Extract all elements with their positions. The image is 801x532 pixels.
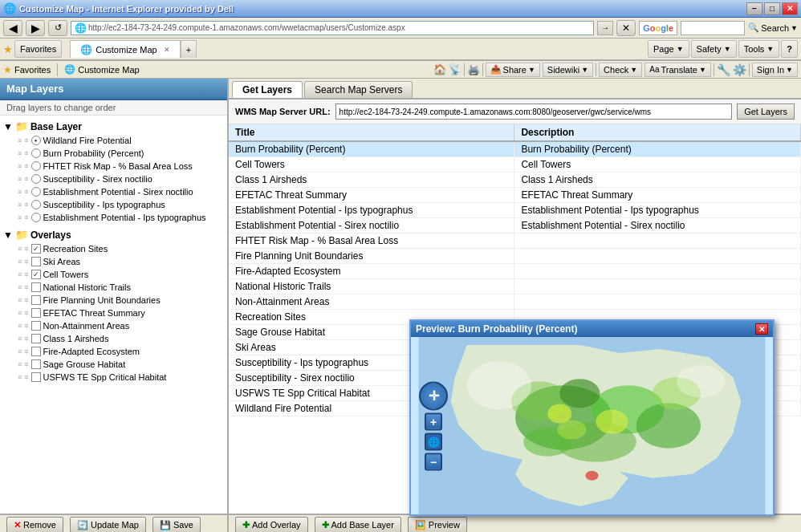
radio-btn-2[interactable]: [31, 161, 41, 171]
dh: ≡: [18, 373, 22, 381]
back-button[interactable]: ◀: [3, 20, 22, 36]
radio-btn-6[interactable]: [31, 213, 41, 222]
google-search-input[interactable]: [681, 21, 745, 35]
update-map-button[interactable]: 🔄 Update Map: [70, 517, 146, 532]
refresh-button[interactable]: ↺: [48, 20, 67, 36]
cb-1[interactable]: [31, 257, 41, 266]
translate-button[interactable]: Aa Translate ▼: [644, 63, 711, 77]
maximize-button[interactable]: □: [764, 2, 780, 15]
stop-button[interactable]: ✕: [616, 20, 636, 36]
forward-button[interactable]: ▶: [26, 20, 45, 36]
safety-button[interactable]: Safety ▼: [691, 40, 737, 58]
go-button[interactable]: →: [597, 21, 613, 35]
remove-button[interactable]: ✕ Remove: [6, 517, 63, 532]
table-row[interactable]: Burn Probability (Percent)Burn Probabili…: [229, 141, 801, 157]
table-row[interactable]: Establishment Potential - Sirex noctilio…: [229, 218, 801, 234]
zoom-in-button[interactable]: +: [425, 412, 442, 430]
tab-search-servers[interactable]: Search Map Servers: [304, 81, 413, 98]
fav-ie-icon: 🌐: [64, 64, 75, 75]
base-layer-item-3[interactable]: ≡ ≡ Susceptibility - Sirex noctilio: [0, 173, 227, 185]
customize-map-tab[interactable]: 🌐 Customize Map ✕: [70, 40, 180, 58]
radio-btn-4[interactable]: [31, 187, 41, 197]
favorites-bar-button[interactable]: ★ Favorites: [3, 64, 51, 75]
add-base-button[interactable]: ✚ Add Base Layer: [315, 517, 401, 532]
save-button[interactable]: 💾 Save: [152, 517, 201, 532]
base-layer-item-6[interactable]: ≡ ≡ Establishment Potential - Ips typogr…: [0, 211, 227, 224]
preview-button[interactable]: 🖼️ Preview: [408, 517, 467, 532]
new-tab-button[interactable]: +: [181, 40, 197, 58]
gear-icon[interactable]: ⚙️: [733, 63, 746, 76]
overlay-item-9[interactable]: ≡ ≡ Sage Grouse Habitat: [0, 358, 227, 371]
popup-close-button[interactable]: ✕: [755, 323, 768, 335]
svg-point-11: [596, 409, 628, 433]
base-layer-item-1[interactable]: ≡ ≡ Burn Probability (Percent): [0, 147, 227, 160]
table-row[interactable]: Class 1 AirshedsClass 1 Airsheds: [229, 173, 801, 188]
base-layer-item-4[interactable]: ≡ ≡ Establishment Potential - Sirex noct…: [0, 185, 227, 198]
zoom-out-button[interactable]: −: [425, 453, 442, 470]
table-row[interactable]: Fire Planning Unit Boundaries: [229, 249, 801, 264]
overlays-group[interactable]: ▼ 📁 Overlays: [0, 227, 227, 242]
tools-button[interactable]: Tools ▼: [738, 40, 780, 58]
overlay-item-5[interactable]: ≡ ≡ EFETAC Threat Summary: [0, 307, 227, 319]
cb-7[interactable]: [31, 334, 41, 343]
base-layer-item-2[interactable]: ≡ ≡ FHTET Risk Map - % Basal Area Loss: [0, 160, 227, 173]
overlay-item-0[interactable]: ≡ ≡ Recreation Sites: [0, 242, 227, 255]
globe-button[interactable]: 🌐: [425, 433, 442, 450]
table-row[interactable]: Fire-Adapted Ecosystem: [229, 264, 801, 279]
cb-4[interactable]: [31, 295, 41, 305]
overlay-item-4[interactable]: ≡ ≡ Fire Planning Unit Boundaries: [0, 294, 227, 307]
get-layers-button[interactable]: Get Layers: [737, 104, 795, 120]
rss-icon[interactable]: 📡: [449, 63, 461, 75]
base-layer-group[interactable]: ▼ 📁 Base Layer: [0, 119, 227, 134]
cb-2[interactable]: [31, 270, 41, 279]
overlay-item-1[interactable]: ≡ ≡ Ski Areas: [0, 255, 227, 268]
search-dropdown-icon[interactable]: ▼: [791, 24, 798, 32]
radio-btn-1[interactable]: [31, 148, 41, 158]
table-row[interactable]: Cell TowersCell Towers: [229, 157, 801, 173]
minimize-button[interactable]: −: [746, 2, 762, 15]
base-layer-item-5[interactable]: ≡ ≡ Susceptibility - Ips typographus: [0, 198, 227, 211]
overlay-item-8[interactable]: ≡ ≡ Fire-Adapted Ecosystem: [0, 345, 227, 358]
overlay-item-6[interactable]: ≡ ≡ Non-Attainment Areas: [0, 319, 227, 332]
close-button[interactable]: ✕: [782, 2, 798, 15]
share-button[interactable]: 📤 Share ▼: [486, 63, 540, 77]
overlay-item-10[interactable]: ≡ ≡ USFWS TE Spp Critical Habitat: [0, 371, 227, 384]
cb-0[interactable]: [31, 244, 41, 254]
cb-8[interactable]: [31, 347, 41, 356]
table-row[interactable]: EFETAC Threat SummaryEFETAC Threat Summa…: [229, 188, 801, 203]
check-button[interactable]: Check ▼: [599, 63, 642, 77]
overlay-item-2[interactable]: ≡ ≡ Cell Towers: [0, 268, 227, 281]
cb-10[interactable]: [31, 372, 41, 382]
sep3: [482, 63, 483, 76]
pan-control[interactable]: ✛: [419, 381, 448, 410]
page-button[interactable]: Page ▼: [648, 40, 689, 58]
tab-close-icon[interactable]: ✕: [164, 46, 170, 54]
table-row[interactable]: National Historic Trails: [229, 279, 801, 294]
sign-in-dropdown: ▼: [786, 66, 793, 74]
sign-in-button[interactable]: Sign In ▼: [752, 63, 798, 77]
cb-3[interactable]: [31, 282, 41, 292]
favorites-button[interactable]: Favorites: [14, 40, 62, 58]
tab-get-layers[interactable]: Get Layers: [232, 81, 303, 98]
home-icon[interactable]: 🏠: [433, 63, 446, 75]
cb-9[interactable]: [31, 359, 41, 369]
overlay-item-3[interactable]: ≡ ≡ National Historic Trails: [0, 281, 227, 294]
print-icon[interactable]: 🖨️: [467, 63, 480, 75]
table-row[interactable]: Non-Attainment Areas: [229, 294, 801, 310]
radio-btn-3[interactable]: [31, 174, 41, 184]
radio-btn-0[interactable]: [31, 136, 41, 145]
add-overlay-button[interactable]: ✚ Add Overlay: [235, 517, 308, 532]
table-row[interactable]: Establishment Potential - Ips typographu…: [229, 203, 801, 218]
cb-6[interactable]: [31, 321, 41, 331]
wrench-icon[interactable]: 🔧: [717, 63, 730, 76]
help-button[interactable]: ?: [781, 40, 798, 58]
overlay-item-7[interactable]: ≡ ≡ Class 1 Airsheds: [0, 332, 227, 345]
cb-5[interactable]: [31, 308, 41, 318]
radio-btn-5[interactable]: [31, 200, 41, 209]
sidewiki-button[interactable]: Sidewiki ▼: [543, 63, 593, 77]
table-row[interactable]: FHTET Risk Map - % Basal Area Loss: [229, 234, 801, 249]
customize-map-fav[interactable]: 🌐 Customize Map: [64, 64, 139, 75]
base-layer-item-0[interactable]: ≡ ≡ Wildland Fire Potential: [0, 134, 227, 147]
wms-url-input[interactable]: [335, 104, 733, 120]
overlay-label-2: Cell Towers: [43, 270, 89, 279]
